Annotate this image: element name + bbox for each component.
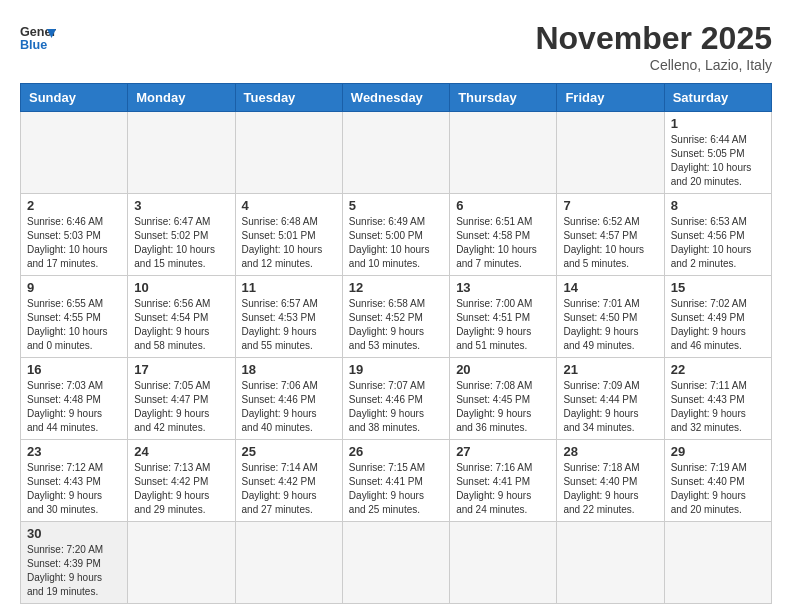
day-info: Sunrise: 6:44 AM Sunset: 5:05 PM Dayligh… bbox=[671, 133, 765, 189]
calendar-day-cell bbox=[450, 112, 557, 194]
calendar-day-cell bbox=[557, 112, 664, 194]
day-info: Sunrise: 7:06 AM Sunset: 4:46 PM Dayligh… bbox=[242, 379, 336, 435]
calendar-day-cell: 14Sunrise: 7:01 AM Sunset: 4:50 PM Dayli… bbox=[557, 276, 664, 358]
calendar-day-cell bbox=[557, 522, 664, 604]
calendar-day-cell: 27Sunrise: 7:16 AM Sunset: 4:41 PM Dayli… bbox=[450, 440, 557, 522]
day-info: Sunrise: 7:11 AM Sunset: 4:43 PM Dayligh… bbox=[671, 379, 765, 435]
weekday-header-monday: Monday bbox=[128, 84, 235, 112]
calendar-day-cell: 15Sunrise: 7:02 AM Sunset: 4:49 PM Dayli… bbox=[664, 276, 771, 358]
calendar-day-cell: 17Sunrise: 7:05 AM Sunset: 4:47 PM Dayli… bbox=[128, 358, 235, 440]
calendar-day-cell: 11Sunrise: 6:57 AM Sunset: 4:53 PM Dayli… bbox=[235, 276, 342, 358]
day-number: 1 bbox=[671, 116, 765, 131]
calendar-day-cell: 3Sunrise: 6:47 AM Sunset: 5:02 PM Daylig… bbox=[128, 194, 235, 276]
day-number: 6 bbox=[456, 198, 550, 213]
day-number: 28 bbox=[563, 444, 657, 459]
calendar-day-cell: 13Sunrise: 7:00 AM Sunset: 4:51 PM Dayli… bbox=[450, 276, 557, 358]
day-number: 20 bbox=[456, 362, 550, 377]
day-number: 21 bbox=[563, 362, 657, 377]
day-info: Sunrise: 7:01 AM Sunset: 4:50 PM Dayligh… bbox=[563, 297, 657, 353]
calendar-table: SundayMondayTuesdayWednesdayThursdayFrid… bbox=[20, 83, 772, 604]
calendar-day-cell: 2Sunrise: 6:46 AM Sunset: 5:03 PM Daylig… bbox=[21, 194, 128, 276]
day-info: Sunrise: 7:15 AM Sunset: 4:41 PM Dayligh… bbox=[349, 461, 443, 517]
day-number: 3 bbox=[134, 198, 228, 213]
day-number: 7 bbox=[563, 198, 657, 213]
day-info: Sunrise: 7:16 AM Sunset: 4:41 PM Dayligh… bbox=[456, 461, 550, 517]
calendar-day-cell: 24Sunrise: 7:13 AM Sunset: 4:42 PM Dayli… bbox=[128, 440, 235, 522]
day-number: 14 bbox=[563, 280, 657, 295]
calendar-day-cell: 7Sunrise: 6:52 AM Sunset: 4:57 PM Daylig… bbox=[557, 194, 664, 276]
calendar-day-cell: 30Sunrise: 7:20 AM Sunset: 4:39 PM Dayli… bbox=[21, 522, 128, 604]
calendar-day-cell: 16Sunrise: 7:03 AM Sunset: 4:48 PM Dayli… bbox=[21, 358, 128, 440]
day-info: Sunrise: 7:05 AM Sunset: 4:47 PM Dayligh… bbox=[134, 379, 228, 435]
calendar-day-cell bbox=[235, 112, 342, 194]
calendar-day-cell: 9Sunrise: 6:55 AM Sunset: 4:55 PM Daylig… bbox=[21, 276, 128, 358]
weekday-header-wednesday: Wednesday bbox=[342, 84, 449, 112]
day-number: 13 bbox=[456, 280, 550, 295]
day-info: Sunrise: 6:57 AM Sunset: 4:53 PM Dayligh… bbox=[242, 297, 336, 353]
day-info: Sunrise: 6:48 AM Sunset: 5:01 PM Dayligh… bbox=[242, 215, 336, 271]
day-number: 24 bbox=[134, 444, 228, 459]
title-area: November 2025 Celleno, Lazio, Italy bbox=[535, 20, 772, 73]
calendar-week-row: 23Sunrise: 7:12 AM Sunset: 4:43 PM Dayli… bbox=[21, 440, 772, 522]
calendar-day-cell bbox=[342, 522, 449, 604]
day-number: 15 bbox=[671, 280, 765, 295]
svg-text:Blue: Blue bbox=[20, 38, 47, 52]
header: General Blue November 2025 Celleno, Lazi… bbox=[20, 20, 772, 73]
day-number: 18 bbox=[242, 362, 336, 377]
day-number: 9 bbox=[27, 280, 121, 295]
calendar-day-cell bbox=[342, 112, 449, 194]
day-number: 17 bbox=[134, 362, 228, 377]
calendar-day-cell: 8Sunrise: 6:53 AM Sunset: 4:56 PM Daylig… bbox=[664, 194, 771, 276]
calendar-title: November 2025 bbox=[535, 20, 772, 57]
calendar-day-cell bbox=[128, 522, 235, 604]
day-number: 2 bbox=[27, 198, 121, 213]
day-number: 12 bbox=[349, 280, 443, 295]
calendar-day-cell bbox=[450, 522, 557, 604]
day-info: Sunrise: 6:55 AM Sunset: 4:55 PM Dayligh… bbox=[27, 297, 121, 353]
calendar-day-cell: 6Sunrise: 6:51 AM Sunset: 4:58 PM Daylig… bbox=[450, 194, 557, 276]
day-info: Sunrise: 6:56 AM Sunset: 4:54 PM Dayligh… bbox=[134, 297, 228, 353]
calendar-day-cell: 21Sunrise: 7:09 AM Sunset: 4:44 PM Dayli… bbox=[557, 358, 664, 440]
day-number: 29 bbox=[671, 444, 765, 459]
calendar-day-cell: 19Sunrise: 7:07 AM Sunset: 4:46 PM Dayli… bbox=[342, 358, 449, 440]
day-info: Sunrise: 6:51 AM Sunset: 4:58 PM Dayligh… bbox=[456, 215, 550, 271]
calendar-day-cell bbox=[235, 522, 342, 604]
day-info: Sunrise: 6:53 AM Sunset: 4:56 PM Dayligh… bbox=[671, 215, 765, 271]
day-info: Sunrise: 7:08 AM Sunset: 4:45 PM Dayligh… bbox=[456, 379, 550, 435]
day-info: Sunrise: 7:00 AM Sunset: 4:51 PM Dayligh… bbox=[456, 297, 550, 353]
day-info: Sunrise: 7:19 AM Sunset: 4:40 PM Dayligh… bbox=[671, 461, 765, 517]
day-info: Sunrise: 6:49 AM Sunset: 5:00 PM Dayligh… bbox=[349, 215, 443, 271]
calendar-day-cell: 22Sunrise: 7:11 AM Sunset: 4:43 PM Dayli… bbox=[664, 358, 771, 440]
day-info: Sunrise: 7:14 AM Sunset: 4:42 PM Dayligh… bbox=[242, 461, 336, 517]
day-number: 4 bbox=[242, 198, 336, 213]
day-info: Sunrise: 6:46 AM Sunset: 5:03 PM Dayligh… bbox=[27, 215, 121, 271]
day-info: Sunrise: 6:47 AM Sunset: 5:02 PM Dayligh… bbox=[134, 215, 228, 271]
weekday-header-thursday: Thursday bbox=[450, 84, 557, 112]
calendar-day-cell: 23Sunrise: 7:12 AM Sunset: 4:43 PM Dayli… bbox=[21, 440, 128, 522]
weekday-header-row: SundayMondayTuesdayWednesdayThursdayFrid… bbox=[21, 84, 772, 112]
day-info: Sunrise: 7:09 AM Sunset: 4:44 PM Dayligh… bbox=[563, 379, 657, 435]
day-info: Sunrise: 7:12 AM Sunset: 4:43 PM Dayligh… bbox=[27, 461, 121, 517]
calendar-subtitle: Celleno, Lazio, Italy bbox=[535, 57, 772, 73]
day-number: 11 bbox=[242, 280, 336, 295]
calendar-day-cell: 1Sunrise: 6:44 AM Sunset: 5:05 PM Daylig… bbox=[664, 112, 771, 194]
calendar-week-row: 2Sunrise: 6:46 AM Sunset: 5:03 PM Daylig… bbox=[21, 194, 772, 276]
day-number: 25 bbox=[242, 444, 336, 459]
calendar-day-cell bbox=[21, 112, 128, 194]
day-number: 10 bbox=[134, 280, 228, 295]
calendar-day-cell: 4Sunrise: 6:48 AM Sunset: 5:01 PM Daylig… bbox=[235, 194, 342, 276]
day-number: 8 bbox=[671, 198, 765, 213]
calendar-day-cell: 26Sunrise: 7:15 AM Sunset: 4:41 PM Dayli… bbox=[342, 440, 449, 522]
calendar-day-cell bbox=[128, 112, 235, 194]
calendar-day-cell: 20Sunrise: 7:08 AM Sunset: 4:45 PM Dayli… bbox=[450, 358, 557, 440]
weekday-header-tuesday: Tuesday bbox=[235, 84, 342, 112]
calendar-day-cell: 12Sunrise: 6:58 AM Sunset: 4:52 PM Dayli… bbox=[342, 276, 449, 358]
day-number: 19 bbox=[349, 362, 443, 377]
calendar-day-cell: 28Sunrise: 7:18 AM Sunset: 4:40 PM Dayli… bbox=[557, 440, 664, 522]
day-info: Sunrise: 7:07 AM Sunset: 4:46 PM Dayligh… bbox=[349, 379, 443, 435]
day-info: Sunrise: 7:18 AM Sunset: 4:40 PM Dayligh… bbox=[563, 461, 657, 517]
day-info: Sunrise: 7:03 AM Sunset: 4:48 PM Dayligh… bbox=[27, 379, 121, 435]
day-number: 22 bbox=[671, 362, 765, 377]
day-number: 23 bbox=[27, 444, 121, 459]
day-info: Sunrise: 6:58 AM Sunset: 4:52 PM Dayligh… bbox=[349, 297, 443, 353]
